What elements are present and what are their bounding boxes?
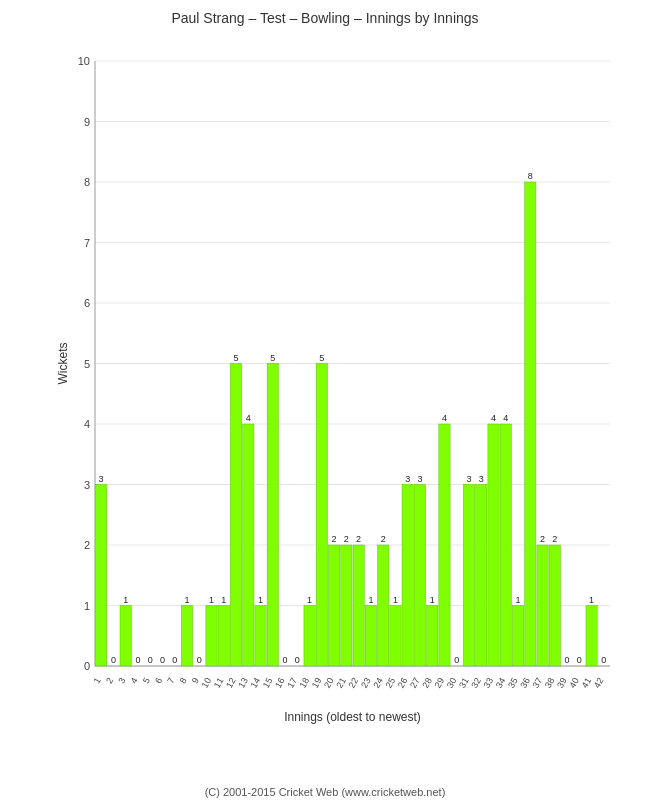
svg-text:8: 8 bbox=[84, 176, 90, 188]
svg-text:1: 1 bbox=[221, 595, 226, 605]
svg-text:2: 2 bbox=[344, 534, 349, 544]
svg-rect-62 bbox=[267, 364, 278, 667]
svg-text:5: 5 bbox=[234, 353, 239, 363]
svg-text:4: 4 bbox=[503, 413, 508, 423]
footer-text: (C) 2001-2015 Cricket Web (www.cricketwe… bbox=[0, 786, 650, 798]
svg-rect-26 bbox=[96, 485, 107, 667]
svg-text:2: 2 bbox=[84, 539, 90, 551]
svg-rect-75 bbox=[328, 545, 339, 666]
svg-text:2: 2 bbox=[356, 534, 361, 544]
svg-text:10: 10 bbox=[78, 55, 90, 67]
svg-rect-53 bbox=[230, 364, 241, 667]
svg-rect-72 bbox=[316, 364, 327, 667]
svg-text:3: 3 bbox=[479, 474, 484, 484]
svg-rect-116 bbox=[500, 424, 511, 666]
svg-rect-99 bbox=[427, 606, 438, 667]
svg-rect-125 bbox=[537, 545, 548, 666]
svg-text:1: 1 bbox=[368, 595, 373, 605]
svg-text:7: 7 bbox=[84, 237, 90, 249]
svg-rect-84 bbox=[365, 606, 376, 667]
svg-rect-107 bbox=[463, 485, 474, 667]
svg-text:1: 1 bbox=[123, 595, 128, 605]
svg-text:0: 0 bbox=[295, 655, 300, 665]
svg-text:1: 1 bbox=[589, 595, 594, 605]
svg-rect-90 bbox=[390, 606, 401, 667]
svg-text:0: 0 bbox=[111, 655, 116, 665]
svg-rect-113 bbox=[488, 424, 499, 666]
svg-text:5: 5 bbox=[270, 353, 275, 363]
svg-text:1: 1 bbox=[307, 595, 312, 605]
svg-text:0: 0 bbox=[601, 655, 606, 665]
svg-rect-119 bbox=[512, 606, 523, 667]
svg-text:Innings (oldest to newest): Innings (oldest to newest) bbox=[284, 710, 421, 724]
svg-rect-78 bbox=[341, 545, 352, 666]
svg-text:1: 1 bbox=[209, 595, 214, 605]
svg-text:4: 4 bbox=[246, 413, 251, 423]
svg-rect-69 bbox=[304, 606, 315, 667]
svg-text:3: 3 bbox=[84, 479, 90, 491]
svg-text:1: 1 bbox=[393, 595, 398, 605]
svg-rect-102 bbox=[439, 424, 450, 666]
svg-rect-31 bbox=[120, 606, 131, 667]
svg-text:0: 0 bbox=[160, 655, 165, 665]
svg-text:1: 1 bbox=[258, 595, 263, 605]
svg-rect-87 bbox=[378, 545, 389, 666]
svg-rect-56 bbox=[243, 424, 254, 666]
svg-text:0: 0 bbox=[135, 655, 140, 665]
svg-text:0: 0 bbox=[172, 655, 177, 665]
svg-rect-122 bbox=[525, 182, 536, 666]
svg-text:3: 3 bbox=[99, 474, 104, 484]
svg-rect-110 bbox=[476, 485, 487, 667]
svg-text:3: 3 bbox=[417, 474, 422, 484]
svg-text:1: 1 bbox=[516, 595, 521, 605]
svg-rect-96 bbox=[414, 485, 425, 667]
svg-text:4: 4 bbox=[491, 413, 496, 423]
svg-text:3: 3 bbox=[466, 474, 471, 484]
bar-chart: 012345678910Wickets310213040506071809110… bbox=[55, 36, 625, 736]
chart-area: 012345678910Wickets310213040506071809110… bbox=[55, 36, 625, 736]
svg-text:1: 1 bbox=[84, 600, 90, 612]
svg-rect-42 bbox=[181, 606, 192, 667]
svg-text:2: 2 bbox=[381, 534, 386, 544]
svg-text:9: 9 bbox=[84, 116, 90, 128]
svg-text:1: 1 bbox=[430, 595, 435, 605]
svg-text:5: 5 bbox=[319, 353, 324, 363]
svg-text:2: 2 bbox=[332, 534, 337, 544]
svg-rect-50 bbox=[218, 606, 229, 667]
svg-rect-93 bbox=[402, 485, 413, 667]
svg-text:3: 3 bbox=[405, 474, 410, 484]
svg-text:6: 6 bbox=[84, 297, 90, 309]
svg-text:0: 0 bbox=[197, 655, 202, 665]
chart-container: Paul Strang – Test – Bowling – Innings b… bbox=[0, 0, 650, 800]
svg-text:4: 4 bbox=[84, 418, 90, 430]
svg-rect-59 bbox=[255, 606, 266, 667]
svg-text:0: 0 bbox=[577, 655, 582, 665]
svg-text:0: 0 bbox=[84, 660, 90, 672]
svg-text:0: 0 bbox=[148, 655, 153, 665]
svg-text:4: 4 bbox=[442, 413, 447, 423]
svg-text:0: 0 bbox=[565, 655, 570, 665]
svg-text:2: 2 bbox=[552, 534, 557, 544]
svg-text:0: 0 bbox=[454, 655, 459, 665]
svg-rect-128 bbox=[549, 545, 560, 666]
svg-text:2: 2 bbox=[540, 534, 545, 544]
svg-text:0: 0 bbox=[283, 655, 288, 665]
svg-text:Wickets: Wickets bbox=[56, 343, 70, 385]
svg-text:1: 1 bbox=[184, 595, 189, 605]
svg-rect-47 bbox=[206, 606, 217, 667]
svg-text:5: 5 bbox=[84, 358, 90, 370]
svg-rect-135 bbox=[586, 606, 597, 667]
svg-rect-81 bbox=[353, 545, 364, 666]
svg-text:8: 8 bbox=[528, 171, 533, 181]
chart-title: Paul Strang – Test – Bowling – Innings b… bbox=[0, 0, 650, 31]
